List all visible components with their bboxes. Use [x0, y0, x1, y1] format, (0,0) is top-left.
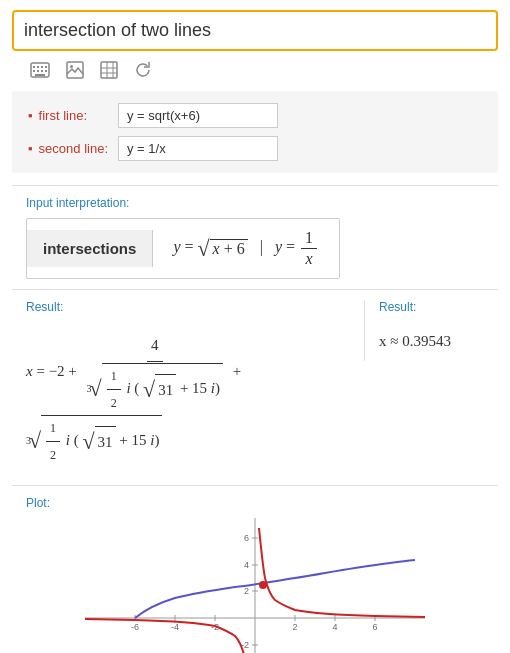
svg-rect-5: [33, 70, 35, 72]
svg-text:4: 4: [332, 622, 337, 632]
image-icon[interactable]: [62, 59, 88, 81]
svg-rect-12: [101, 62, 117, 78]
svg-rect-6: [37, 70, 39, 72]
main-frac: 4 3 √ 1 2 i (: [83, 330, 227, 415]
interpretation-label: Input interpretation:: [26, 196, 484, 210]
frac-1-x: 1 x: [301, 229, 317, 268]
interpretation-box: intersections y = √ x + 6 | y = 1 x: [26, 218, 340, 279]
hyperbola-right: [259, 528, 425, 617]
svg-rect-1: [33, 66, 35, 68]
first-line-input[interactable]: [118, 103, 278, 128]
result-label: Result:: [26, 300, 354, 314]
plot-label: Plot:: [26, 496, 484, 510]
svg-rect-4: [45, 66, 47, 68]
result-formula: x = −2 + 4 3 √ 1 2 i (: [26, 322, 354, 475]
svg-rect-2: [37, 66, 39, 68]
svg-text:4: 4: [244, 560, 249, 570]
interpretation-formula: y = √ x + 6 | y = 1 x: [153, 219, 339, 278]
result-section: Result: x = −2 + 4 3 √ 1 2: [12, 289, 498, 485]
svg-rect-3: [41, 66, 43, 68]
result-approx: x ≈ 0.39543: [379, 322, 484, 361]
second-line-label: second line:: [28, 141, 118, 156]
svg-text:2: 2: [244, 586, 249, 596]
first-line-row: first line:: [28, 103, 482, 128]
input-section: first line: second line:: [12, 91, 498, 173]
sqrt-expr: √ x + 6: [198, 238, 248, 260]
plot-section: Plot: -6 -4 -2 2 4 6: [12, 485, 498, 653]
table-icon[interactable]: [96, 59, 122, 81]
refresh-icon[interactable]: [130, 59, 156, 81]
svg-text:-6: -6: [131, 622, 139, 632]
search-input[interactable]: intersection of two lines: [24, 20, 486, 41]
svg-rect-9: [35, 74, 45, 76]
svg-text:6: 6: [372, 622, 377, 632]
svg-text:2: 2: [292, 622, 297, 632]
hyperbola-left: [85, 619, 251, 653]
search-bar: intersection of two lines: [12, 10, 498, 51]
plot-area: -6 -4 -2 2 4 6 6 4 2 -2: [26, 518, 484, 653]
svg-text:6: 6: [244, 533, 249, 543]
result-side-label: Result:: [379, 300, 484, 314]
svg-point-11: [70, 65, 73, 68]
intersection-point: [259, 581, 267, 589]
second-line-input[interactable]: [118, 136, 278, 161]
keyboard-icon[interactable]: [26, 60, 54, 80]
sqrt-curve: [135, 560, 415, 618]
svg-text:-4: -4: [171, 622, 179, 632]
second-line-row: second line:: [28, 136, 482, 161]
toolbar: [12, 53, 498, 87]
result-main: Result: x = −2 + 4 3 √ 1 2: [26, 300, 354, 475]
svg-rect-8: [45, 70, 47, 72]
plot-svg: -6 -4 -2 2 4 6 6 4 2 -2: [85, 518, 425, 653]
svg-rect-7: [41, 70, 43, 72]
interpretation-term: intersections: [27, 230, 153, 267]
first-line-label: first line:: [28, 108, 118, 123]
interpretation-section: Input interpretation: intersections y = …: [12, 185, 498, 289]
result-side: Result: x ≈ 0.39543: [364, 300, 484, 361]
